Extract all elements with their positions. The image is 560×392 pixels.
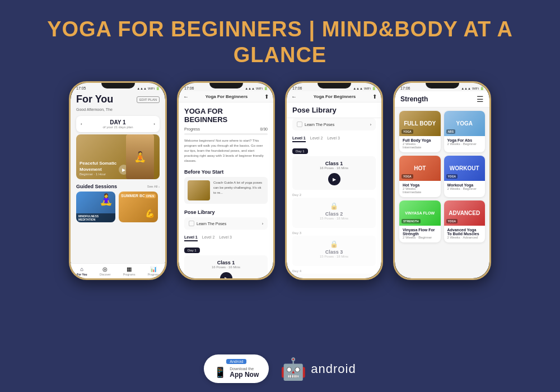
day-number: DAY 1 xyxy=(102,119,133,125)
program-card-title-3: Workout Yoga xyxy=(447,183,482,187)
phone-3-time: 17:06 xyxy=(292,86,302,90)
phone-2-title: Yoga For Beginners xyxy=(206,94,248,99)
level-3-tab[interactable]: Level 3 xyxy=(219,235,232,241)
pose-library-header: Pose Library xyxy=(287,102,381,118)
back-button-3[interactable]: ← xyxy=(291,94,297,100)
program-card-0[interactable]: FULL BODY YOGA Full Body Yoga 2 Weeks · … xyxy=(399,111,441,152)
class-1-card[interactable]: Class 1 16 Poses · 16 Mins ▶ xyxy=(184,255,268,278)
phone-3-notch xyxy=(318,83,351,88)
nav-progress[interactable]: 📊 Progress xyxy=(148,266,159,276)
wifi-icon-3: WiFi xyxy=(364,87,371,90)
signal-icon-4: ▲▲▲ xyxy=(461,87,471,90)
signal-icon-3: ▲▲▲ xyxy=(353,87,363,90)
level-1-tab[interactable]: Level 1 xyxy=(184,235,198,241)
battery-icon-3: 🔋 xyxy=(372,86,376,90)
share-icon-3[interactable]: ⬆ xyxy=(372,94,377,100)
class-1-play-3[interactable]: ▶ xyxy=(328,173,340,185)
hero-banner[interactable]: Peaceful Somatic Movement Beginner · 1 H… xyxy=(76,134,160,179)
program-card-sub-0: 2 Weeks · Intermediate xyxy=(403,142,437,149)
lock-icon-2: 🔒 xyxy=(297,202,371,210)
phone-2-time: 17:06 xyxy=(184,86,194,90)
back-button[interactable]: ← xyxy=(183,94,189,100)
battery-icon: 🔋 xyxy=(156,86,160,90)
program-img-label-4: VINYASA FLOW xyxy=(405,211,435,215)
session-card-2[interactable]: SUMMER BODY 💪 OPEN xyxy=(119,192,158,222)
yoga-tag-4: STRENGTH xyxy=(402,219,421,223)
day1-badge: Day 1 xyxy=(184,248,200,253)
program-card-3[interactable]: WORKOUT YOGA Workout Yoga 2 Weeks · Begi… xyxy=(444,156,486,197)
class-2-title: Class 2 xyxy=(297,211,371,217)
nav-programs-label: Programs xyxy=(123,273,136,276)
nav-for-you-label: For You xyxy=(77,273,87,276)
pose-checkbox[interactable] xyxy=(189,221,194,226)
class-3-locked: 🔒 Class 3 15 Poses · 18 Mins xyxy=(292,236,376,266)
program-card-sub-1: 2 Weeks · Beginner xyxy=(447,142,482,146)
discover-icon: ◎ xyxy=(102,266,108,272)
phone-4-time: 17:06 xyxy=(400,86,410,90)
day3-label: Day 3 xyxy=(287,230,381,236)
program-card-title-1: Yoga For Abs xyxy=(447,138,482,142)
pose-item[interactable]: Learn The Poses › xyxy=(184,217,268,230)
program-card-2[interactable]: HOT YOGA Hot Yoga 2 Weeks · Intermediate xyxy=(399,156,441,197)
phone-1-notch xyxy=(101,83,135,88)
level-2-tab-3[interactable]: Level 2 xyxy=(310,136,323,142)
levels-row-3: Level 1 Level 2 Level 3 xyxy=(287,134,381,144)
program-card-info-2: Hot Yoga 2 Weeks · Intermediate xyxy=(399,181,441,197)
programs-grid: FULL BODY YOGA Full Body Yoga 2 Weeks · … xyxy=(395,108,489,246)
guided-sessions-header: Guided Sessions See All › xyxy=(76,184,160,189)
edit-plan-button[interactable]: EDIT PLAN xyxy=(137,96,160,103)
phone-3-title: Yoga For Beginners xyxy=(314,94,356,99)
program-description: Welcome beginners! Not sure where to sta… xyxy=(179,138,273,167)
download-small: Download the xyxy=(230,367,259,371)
hero-text: Peaceful Somatic Movement xyxy=(80,161,124,172)
share-icon[interactable]: ⬆ xyxy=(264,94,269,100)
download-row: 📱 Download the App Now xyxy=(214,366,259,379)
program-card-info-0: Full Body Yoga 2 Weeks · Intermediate xyxy=(399,136,441,152)
signal-icon: ▲▲▲ xyxy=(137,87,147,90)
download-text: Download the App Now xyxy=(230,367,259,379)
yoga-tag-1: ABS xyxy=(446,129,456,134)
phone-4: 17:06 ▲▲▲ WiFi 🔋 Strength ☰ FULL BODY YO… xyxy=(393,81,491,280)
coach-image xyxy=(188,180,210,200)
program-card-4[interactable]: VINYASA FLOW STRENGTH Vinyasa Flow For S… xyxy=(399,200,441,242)
level-2-tab[interactable]: Level 2 xyxy=(202,235,215,241)
phone-2-screen: 17:06 ▲▲▲ WiFi 🔋 ← Yoga For Beginners ⬆ … xyxy=(179,83,273,278)
progress-label: Progress xyxy=(184,127,200,131)
phone-icon: 📱 xyxy=(214,366,226,379)
menu-icon[interactable]: ☰ xyxy=(477,95,484,104)
level-3-tab-3[interactable]: Level 3 xyxy=(327,136,340,142)
phone-2: 17:06 ▲▲▲ WiFi 🔋 ← Yoga For Beginners ⬆ … xyxy=(177,81,275,280)
sessions-row: 🧘‍♀️ MINDFULNESS MEDITATION SUMMER BODY … xyxy=(76,192,160,222)
program-card-1[interactable]: YOGA ABS Yoga For Abs 2 Weeks · Beginner xyxy=(444,111,486,152)
nav-discover-label: Discover xyxy=(100,273,110,276)
see-all-link[interactable]: See All › xyxy=(147,185,160,188)
session-card-1[interactable]: 🧘‍♀️ MINDFULNESS MEDITATION xyxy=(76,192,115,222)
wifi-icon: WiFi xyxy=(148,87,155,90)
for-you-title: For You xyxy=(76,94,113,105)
nav-for-you[interactable]: ⌂ For You xyxy=(77,266,87,276)
strength-header: Strength ☰ xyxy=(395,91,489,108)
session-1-label: MINDFULNESS MEDITATION xyxy=(76,213,115,222)
program-img-label-1: YOGA xyxy=(456,120,473,127)
phone-4-screen: 17:06 ▲▲▲ WiFi 🔋 Strength ☰ FULL BODY YO… xyxy=(395,83,489,278)
yoga-tag-3: YOGA xyxy=(446,174,458,179)
nav-discover[interactable]: ◎ Discover xyxy=(100,266,110,276)
level-1-tab-3[interactable]: Level 1 xyxy=(292,136,306,142)
day-sub: of your 21 days plan xyxy=(102,125,133,129)
coach-text: Coach Guide A lot of yoga poses can be p… xyxy=(213,180,264,200)
phone-3-header: ← Yoga For Beginners ⬆ xyxy=(287,91,381,102)
program-card-5[interactable]: ADVANCED YOGA Advanced Yoga To Build Mus… xyxy=(444,200,486,242)
coach-card[interactable]: Coach Guide A lot of yoga poses can be p… xyxy=(184,177,268,204)
phone-2-notch xyxy=(209,83,243,88)
pose-checkbox-3[interactable] xyxy=(297,122,302,127)
pose-item-3[interactable]: Learn The Poses › xyxy=(292,118,376,130)
download-button[interactable]: Android 📱 Download the App Now xyxy=(204,354,269,383)
class-1-sub: 16 Poses · 16 Mins xyxy=(189,265,263,269)
class-1-card-3[interactable]: Class 1 16 Poses · 16 Mins ▶ xyxy=(292,156,376,190)
class-1-play-button[interactable]: ▶ xyxy=(220,272,232,278)
nav-programs[interactable]: ▦ Programs xyxy=(123,266,136,276)
strength-title: Strength xyxy=(400,95,428,103)
phone-3: 17:06 ▲▲▲ WiFi 🔋 ← Yoga For Beginners ⬆ … xyxy=(285,81,383,280)
progress-row: Progress 0/30 xyxy=(179,126,273,133)
class-4-locked: 🔒 Class 4 xyxy=(292,274,376,278)
